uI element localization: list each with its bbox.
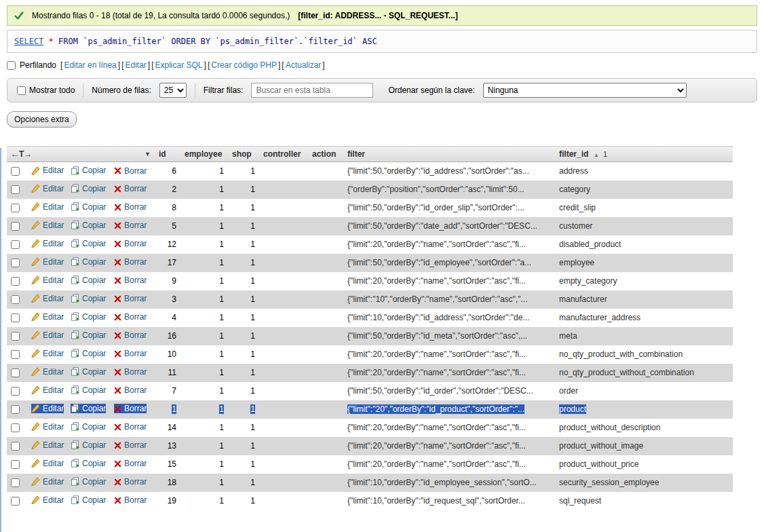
filter-rows-input[interactable] [251,83,373,98]
edit-link[interactable]: Editar [43,312,64,322]
copy-link[interactable]: Copiar [82,349,106,358]
copy-link[interactable]: Copiar [82,330,106,340]
del-link[interactable]: Borrar [124,440,147,450]
profiling-link[interactable]: Actualizar [286,60,322,70]
copy-link[interactable]: Copiar [82,184,106,193]
edit-link[interactable]: Editar [43,440,64,450]
column-options-arrows[interactable]: ←T→ [11,149,32,159]
edit-link[interactable]: Editar [43,404,64,413]
edit-link[interactable]: Editar [43,276,64,285]
copy-link[interactable]: Copiar [82,166,106,175]
del-link[interactable]: Borrar [124,276,147,285]
edit-icon [31,349,40,358]
row-checkbox[interactable] [11,332,20,341]
del-link[interactable]: Borrar [124,367,147,377]
row-checkbox[interactable] [11,368,20,377]
show-all-checkbox[interactable] [17,86,26,95]
del-link[interactable]: Borrar [124,459,147,468]
header-filter-id[interactable]: filter_id ▲ 1 [555,147,733,162]
del-link[interactable]: Borrar [124,184,147,193]
del-link[interactable]: Borrar [124,202,147,212]
del-link[interactable]: Borrar [124,404,147,413]
row-checkbox[interactable] [11,423,20,432]
header-controller[interactable]: controller [259,147,308,162]
edit-link[interactable]: Editar [43,495,64,505]
edit-link[interactable]: Editar [43,294,64,303]
edit-link[interactable]: Editar [43,477,64,487]
copy-link[interactable]: Copiar [82,459,106,468]
del-link[interactable]: Borrar [124,294,147,303]
extra-options-button[interactable]: Opciones extra [7,111,77,128]
row-checkbox[interactable] [11,295,20,304]
header-action[interactable]: action [308,147,343,162]
copy-link[interactable]: Copiar [82,367,106,377]
rows-per-page-select[interactable]: 25 [159,83,187,98]
copy-link[interactable]: Copiar [82,477,106,487]
edit-link[interactable]: Editar [43,221,64,230]
copy-link[interactable]: Copiar [82,294,106,303]
del-link[interactable]: Borrar [124,477,147,487]
edit-link[interactable]: Editar [43,257,64,267]
edit-link[interactable]: Editar [43,385,64,395]
sort-key-select[interactable]: Ninguna [483,83,687,98]
header-employee[interactable]: employee [180,147,228,162]
copy-link[interactable]: Copiar [82,257,106,267]
profiling-link[interactable]: Editar [125,60,146,70]
copy-link[interactable]: Copiar [82,440,106,450]
row-checkbox[interactable] [11,405,20,414]
edit-link[interactable]: Editar [43,349,64,358]
edit-link[interactable]: Editar [43,239,64,248]
del-link[interactable]: Borrar [124,349,147,358]
del-link[interactable]: Borrar [124,495,147,505]
row-checkbox[interactable] [11,478,20,487]
copy-link[interactable]: Copiar [82,312,106,322]
row-checkbox[interactable] [11,314,20,322]
del-link[interactable]: Borrar [124,312,147,322]
edit-link[interactable]: Editar [43,459,64,468]
copy-link[interactable]: Copiar [82,221,106,230]
row-checkbox[interactable] [11,497,20,506]
row-checkbox[interactable] [11,240,20,249]
sql-select-link[interactable]: SELECT [14,37,43,46]
edit-link[interactable]: Editar [43,367,64,377]
del-link[interactable]: Borrar [124,330,147,340]
del-link[interactable]: Borrar [124,257,147,267]
profiling-link[interactable]: Explicar SQL [155,60,203,70]
profiling-checkbox[interactable] [7,61,16,70]
header-filter[interactable]: filter [343,147,555,162]
profiling-link[interactable]: Editar en línea [64,60,116,70]
edit-link[interactable]: Editar [43,166,64,175]
row-checkbox[interactable] [11,442,20,451]
row-checkbox[interactable] [11,204,20,212]
row-checkbox[interactable] [11,185,20,194]
del-link[interactable]: Borrar [124,385,147,395]
profiling-link[interactable]: Crear código PHP [211,60,277,70]
header-id[interactable]: id [155,147,180,162]
copy-link[interactable]: Copiar [82,404,106,413]
edit-link[interactable]: Editar [43,422,64,432]
row-checkbox[interactable] [11,350,20,359]
copy-link[interactable]: Copiar [82,385,106,395]
header-filter-id-label[interactable]: filter_id [559,149,588,159]
copy-link[interactable]: Copiar [82,239,106,248]
row-checkbox[interactable] [11,222,20,231]
del-link[interactable]: Borrar [124,221,147,230]
row-checkbox[interactable] [11,277,20,286]
del-link[interactable]: Borrar [124,422,147,432]
copy-link[interactable]: Copiar [82,276,106,285]
row-checkbox[interactable] [11,167,20,176]
edit-link[interactable]: Editar [43,184,64,193]
copy-link[interactable]: Copiar [82,202,106,212]
del-link[interactable]: Borrar [124,239,147,248]
del-link[interactable]: Borrar [124,166,147,176]
edit-link[interactable]: Editar [43,202,64,212]
header-row-actions[interactable]: ←T→ ▼ [7,147,155,162]
copy-link[interactable]: Copiar [82,495,106,505]
copy-link[interactable]: Copiar [82,422,106,432]
row-checkbox[interactable] [11,259,20,267]
edit-link[interactable]: Editar [43,330,64,340]
row-checkbox[interactable] [11,460,20,469]
header-shop[interactable]: shop [228,147,259,162]
options-caret-icon[interactable]: ▼ [145,151,151,157]
row-checkbox[interactable] [11,387,20,396]
